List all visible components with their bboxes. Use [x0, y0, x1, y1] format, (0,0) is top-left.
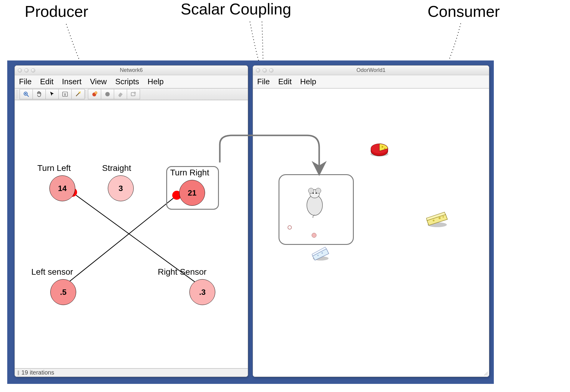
- svg-line-1: [27, 95, 29, 97]
- menu-insert[interactable]: Insert: [62, 77, 82, 86]
- label-left-sensor: Left sensor: [31, 267, 73, 277]
- resize-handle-icon[interactable]: [483, 371, 488, 376]
- network-window: Network6 File Edit Insert View Scripts H…: [14, 65, 248, 377]
- network-status-text: 19 iterations: [21, 369, 54, 376]
- svg-point-8: [79, 92, 79, 92]
- close-icon[interactable]: [18, 68, 22, 73]
- minimize-icon[interactable]: [263, 68, 267, 73]
- svg-point-9: [80, 93, 80, 94]
- label-right-sensor: Right Sensor: [158, 267, 207, 277]
- yellow-cheese-icon[interactable]: [425, 207, 450, 228]
- label-producer: Producer: [25, 2, 88, 20]
- hand-icon[interactable]: [33, 89, 46, 99]
- erase-icon[interactable]: [114, 89, 127, 99]
- svg-point-7: [80, 91, 81, 92]
- svg-point-30: [433, 220, 435, 221]
- mouse-agent[interactable]: [301, 185, 328, 218]
- node-left-sensor[interactable]: .5: [50, 279, 76, 305]
- pointer-icon[interactable]: [45, 89, 59, 99]
- close-icon[interactable]: [256, 68, 260, 73]
- red-cheese-icon[interactable]: [367, 137, 391, 158]
- svg-point-34: [317, 255, 319, 256]
- svg-point-24: [313, 193, 314, 194]
- menu-help[interactable]: Help: [148, 77, 164, 86]
- label-turn-left: Turn Left: [37, 163, 71, 173]
- odor-canvas[interactable]: [253, 88, 489, 377]
- odor-title: OdorWorld1: [253, 67, 489, 73]
- svg-line-38: [487, 375, 488, 375]
- traffic-lights-odor: [256, 68, 273, 73]
- menu-edit[interactable]: Edit: [40, 77, 54, 86]
- label-turn-right: Turn Right: [170, 168, 209, 177]
- node-left-sensor-value: .5: [60, 288, 67, 297]
- zoom-icon[interactable]: [20, 89, 33, 99]
- node-right-sensor[interactable]: .3: [189, 279, 215, 305]
- network-statusbar: ∥ 19 iterations: [15, 368, 248, 377]
- menu-scripts[interactable]: Scripts: [115, 77, 139, 86]
- menu-help[interactable]: Help: [300, 77, 316, 86]
- menu-edit[interactable]: Edit: [278, 77, 292, 86]
- svg-point-32: [443, 216, 444, 218]
- label-scalar-coupling: Scalar Coupling: [181, 0, 291, 18]
- svg-point-31: [439, 217, 441, 219]
- network-edges: [15, 100, 248, 368]
- network-titlebar[interactable]: Network6: [15, 66, 248, 75]
- circle-icon[interactable]: [101, 89, 114, 99]
- menu-file[interactable]: File: [19, 77, 32, 86]
- node-turn-left-value: 14: [58, 184, 67, 193]
- sensor-dot-right: [312, 233, 316, 238]
- node-turn-left[interactable]: 14: [49, 175, 75, 201]
- odor-menubar: File Edit Help: [253, 75, 489, 88]
- node-straight-value: 3: [119, 184, 123, 193]
- menu-view[interactable]: View: [90, 77, 107, 86]
- node-straight[interactable]: 3: [108, 175, 134, 201]
- wand-icon[interactable]: [71, 89, 85, 99]
- sensor-dot-left: [288, 225, 292, 230]
- menu-file[interactable]: File: [257, 77, 270, 86]
- node-right-sensor-value: .3: [199, 288, 206, 297]
- network-menubar: File Edit Insert View Scripts Help: [15, 75, 248, 88]
- svg-point-35: [322, 252, 323, 254]
- network-title: Network6: [15, 67, 248, 73]
- svg-point-27: [382, 146, 383, 147]
- node-turn-right-value: 21: [188, 188, 197, 198]
- zoom-window-icon[interactable]: [31, 68, 35, 73]
- network-canvas[interactable]: Turn Left 14 Straight 3 Turn Right 21 Le…: [15, 100, 248, 368]
- svg-point-28: [384, 148, 385, 149]
- zoom-window-icon[interactable]: [269, 68, 273, 73]
- svg-point-25: [316, 193, 317, 194]
- node-turn-right[interactable]: 21: [179, 180, 205, 206]
- svg-point-15: [134, 92, 136, 94]
- svg-text:T: T: [64, 93, 66, 96]
- minimize-icon[interactable]: [24, 68, 29, 73]
- blue-cheese-icon[interactable]: [310, 243, 331, 261]
- svg-text:+: +: [95, 91, 96, 94]
- label-straight: Straight: [102, 163, 131, 173]
- new-node-icon[interactable]: +: [88, 89, 101, 99]
- network-toolbar: T +: [15, 88, 248, 100]
- traffic-lights: [18, 68, 35, 73]
- svg-point-13: [105, 92, 110, 97]
- svg-line-6: [76, 93, 79, 96]
- odor-titlebar[interactable]: OdorWorld1: [253, 66, 489, 75]
- odorworld-window: OdorWorld1 File Edit Help: [253, 65, 489, 377]
- text-tool-icon[interactable]: T: [58, 89, 72, 99]
- label-consumer: Consumer: [428, 2, 500, 20]
- group-icon[interactable]: [127, 89, 140, 99]
